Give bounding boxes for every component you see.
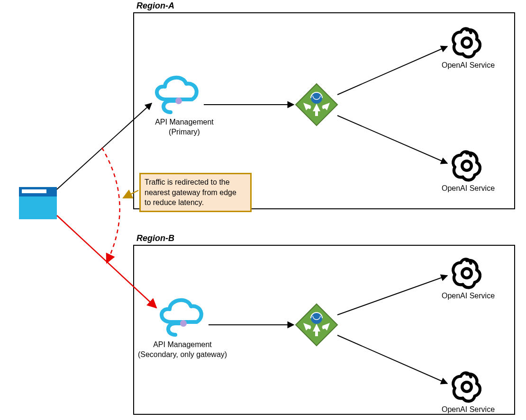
note-pointer [123, 190, 138, 198]
connectors [0, 0, 526, 420]
edge-lb-a-to-openai-a1 [337, 46, 447, 95]
edge-redirect-arc [102, 148, 120, 263]
edge-client-to-apim-a [57, 103, 152, 189]
edge-lb-b-to-openai-b1 [337, 276, 447, 315]
edge-lb-a-to-openai-a2 [337, 116, 447, 163]
edge-client-to-apim-b [57, 215, 156, 308]
edge-lb-b-to-openai-b2 [337, 335, 447, 384]
architecture-diagram: Region-A Region-B API Management (Primar… [0, 0, 526, 420]
